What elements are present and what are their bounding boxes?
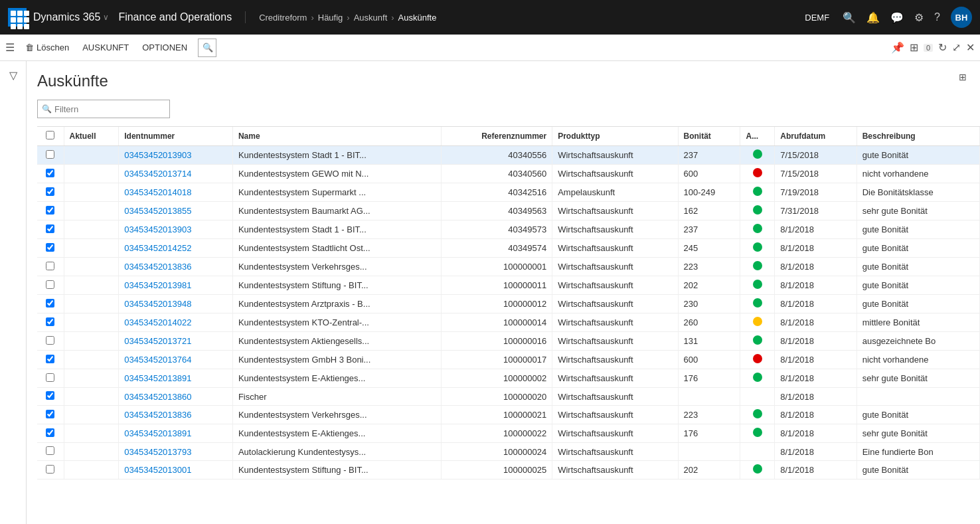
table-row[interactable]: 03453452013981Kundentestsystem Stiftung … [37, 276, 980, 295]
table-row[interactable]: 03453452013855Kundentestsystem Baumarkt … [37, 202, 980, 220]
row-checkbox-cell[interactable] [37, 424, 64, 443]
table-row[interactable]: 03453452014022Kundentestsystem KTO-Zentr… [37, 313, 980, 332]
row-checkbox[interactable] [46, 410, 54, 418]
filter-input[interactable] [54, 104, 165, 114]
row-checkbox[interactable] [46, 391, 54, 400]
header-bonitaet[interactable]: Bonität [678, 127, 740, 146]
row-identnummer[interactable]: 03453452013714 [119, 165, 233, 183]
row-checkbox-cell[interactable] [37, 295, 64, 313]
delete-button[interactable]: 🗑 Löschen [20, 36, 74, 60]
row-checkbox-cell[interactable] [37, 461, 64, 480]
row-identnummer[interactable]: 03453452013903 [119, 220, 233, 239]
row-checkbox-cell[interactable] [37, 369, 64, 388]
row-identnummer[interactable]: 03453452013855 [119, 202, 233, 220]
breadcrumb-haefig[interactable]: Häufig [318, 13, 343, 23]
row-checkbox[interactable] [46, 262, 54, 270]
table-row[interactable]: 03453452013903Kundentestsystem Stadt 1 -… [37, 220, 980, 239]
row-checkbox-cell[interactable] [37, 276, 64, 295]
row-checkbox-cell[interactable] [37, 351, 64, 369]
row-checkbox[interactable] [46, 169, 54, 177]
row-checkbox[interactable] [46, 428, 54, 437]
table-row[interactable]: 03453452013793Autolackierung Kundentesty… [37, 443, 980, 461]
row-checkbox[interactable] [46, 224, 54, 233]
row-checkbox-cell[interactable] [37, 406, 64, 424]
header-name[interactable]: Name [232, 127, 441, 146]
table-row[interactable]: 03453452013860Fischer100000020Wirtschaft… [37, 388, 980, 406]
row-checkbox[interactable] [46, 317, 54, 326]
table-row[interactable]: 03453452013836Kundentestsystem Verkehrsg… [37, 258, 980, 276]
table-row[interactable]: 03453452014018Kundentestsystem Supermark… [37, 183, 980, 202]
table-row[interactable]: 03453452013891Kundentestsystem E-Aktieng… [37, 369, 980, 388]
table-row[interactable]: 03453452013721Kundentestsystem Aktienges… [37, 332, 980, 351]
row-checkbox[interactable] [46, 280, 54, 289]
row-identnummer[interactable]: 03453452013891 [119, 369, 233, 388]
row-checkbox[interactable] [46, 446, 54, 455]
row-checkbox[interactable] [46, 243, 54, 252]
row-identnummer[interactable]: 03453452013764 [119, 351, 233, 369]
row-checkbox[interactable] [46, 465, 54, 474]
header-referenznummer[interactable]: Referenznummer [442, 127, 552, 146]
row-identnummer[interactable]: 03453452013793 [119, 443, 233, 461]
office-icon[interactable]: ⊞ [910, 41, 918, 54]
row-identnummer[interactable]: 03453452013836 [119, 258, 233, 276]
row-checkbox-cell[interactable] [37, 202, 64, 220]
table-row[interactable]: 03453452013714Kundentestsystem GEWO mit … [37, 165, 980, 183]
table-row[interactable]: 03453452013903Kundentestsystem Stadt 1 -… [37, 146, 980, 165]
chat-icon[interactable]: 💬 [890, 11, 904, 24]
optionen-menu-button[interactable]: OPTIONEN [137, 36, 193, 60]
row-identnummer[interactable]: 03453452013001 [119, 461, 233, 480]
table-row[interactable]: 03453452013891Kundentestsystem E-Aktieng… [37, 424, 980, 443]
row-identnummer[interactable]: 03453452014252 [119, 239, 233, 258]
row-checkbox[interactable] [46, 150, 54, 159]
expand-view-icon[interactable]: ⊞ [959, 72, 967, 82]
row-checkbox[interactable] [46, 187, 54, 196]
row-checkbox-cell[interactable] [37, 388, 64, 406]
module-label[interactable]: Finance and Operations [118, 11, 246, 23]
user-avatar[interactable]: BH [951, 7, 972, 28]
row-checkbox[interactable] [46, 206, 54, 215]
row-checkbox-cell[interactable] [37, 239, 64, 258]
breadcrumb-creditreform[interactable]: Creditreform [259, 13, 307, 23]
row-identnummer[interactable]: 03453452013981 [119, 276, 233, 295]
notifications-icon[interactable]: 🔔 [866, 11, 880, 24]
row-identnummer[interactable]: 03453452013721 [119, 332, 233, 351]
hamburger-menu-icon[interactable]: ☰ [5, 41, 15, 54]
help-icon[interactable]: ? [934, 11, 940, 23]
row-checkbox-cell[interactable] [37, 443, 64, 461]
close-icon[interactable]: ✕ [966, 41, 975, 54]
app-launcher-button[interactable] [8, 8, 27, 27]
header-produkttyp[interactable]: Produkttyp [552, 127, 678, 146]
data-table-wrap[interactable]: Aktuell Identnummer Name Referenznummer … [37, 126, 980, 524]
row-checkbox-cell[interactable] [37, 258, 64, 276]
header-checkbox-col[interactable] [37, 127, 64, 146]
row-checkbox[interactable] [46, 299, 54, 307]
header-beschreibung[interactable]: Beschreibung [857, 127, 979, 146]
header-identnummer[interactable]: Identnummer [119, 127, 233, 146]
dynamics-label[interactable]: Dynamics 365 [33, 11, 100, 23]
table-row[interactable]: 03453452013836Kundentestsystem Verkehrsg… [37, 406, 980, 424]
table-row[interactable]: 03453452014252Kundentestsystem Stadtlich… [37, 239, 980, 258]
header-aktuell[interactable]: Aktuell [64, 127, 119, 146]
row-identnummer[interactable]: 03453452014022 [119, 313, 233, 332]
row-identnummer[interactable]: 03453452013948 [119, 295, 233, 313]
row-checkbox-cell[interactable] [37, 313, 64, 332]
row-checkbox[interactable] [46, 355, 54, 363]
table-row[interactable]: 03453452013001Kundentestsystem Stiftung … [37, 461, 980, 480]
row-identnummer[interactable]: 03453452013903 [119, 146, 233, 165]
table-row[interactable]: 03453452013764Kundentestsystem GmbH 3 Bo… [37, 351, 980, 369]
select-all-checkbox[interactable] [46, 131, 54, 139]
breadcrumb-auskunft[interactable]: Auskunft [354, 13, 388, 23]
table-row[interactable]: 03453452013948Kundentestsystem Arztpraxi… [37, 295, 980, 313]
row-checkbox[interactable] [46, 336, 54, 345]
filter-input-wrapper[interactable]: 🔍 [37, 100, 170, 118]
expand-icon[interactable]: ⤢ [952, 41, 961, 54]
auskunft-menu-button[interactable]: AUSKUNFT [77, 36, 134, 60]
row-identnummer[interactable]: 03453452013891 [119, 424, 233, 443]
row-checkbox-cell[interactable] [37, 183, 64, 202]
row-identnummer[interactable]: 03453452014018 [119, 183, 233, 202]
header-abrufdatum[interactable]: Abrufdatum [775, 127, 857, 146]
header-ampel[interactable]: A... [740, 127, 775, 146]
toolbar-search-button[interactable]: 🔍 [198, 39, 216, 57]
row-checkbox-cell[interactable] [37, 220, 64, 239]
row-identnummer[interactable]: 03453452013836 [119, 406, 233, 424]
